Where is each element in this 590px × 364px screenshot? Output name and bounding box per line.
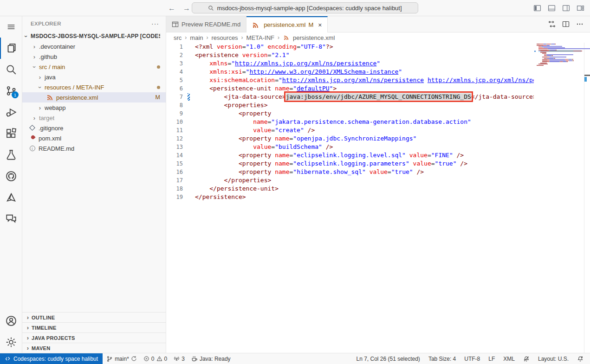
menu-icon[interactable] <box>0 16 22 38</box>
code-line[interactable]: 6<persistence-unit name="defaultPU"> <box>166 84 590 93</box>
tree-item-persistence-xml[interactable]: persistence.xmlM <box>22 92 166 102</box>
code-line[interactable]: 7<jta-data-source>java:jboss/env/jdbc/AZ… <box>166 93 590 101</box>
code-line[interactable]: 18</persistence-unit> <box>166 185 590 193</box>
code-token: "2.1" <box>271 51 289 58</box>
code-line[interactable]: 3xmlns="http://xmlns.jcp.org/xml/ns/pers… <box>166 59 590 68</box>
extensions-icon[interactable] <box>0 123 22 144</box>
preview-icon <box>172 21 179 28</box>
status-tab-size[interactable]: Tab Size: 4 <box>426 353 459 364</box>
run-debug-icon[interactable] <box>0 102 22 123</box>
tree-item-pom-xml[interactable]: pom.xml <box>22 133 166 143</box>
source-control-icon[interactable]: 1 <box>0 80 22 102</box>
sidebar-section-java-projects[interactable]: JAVA PROJECTS <box>22 332 166 343</box>
tree-item-readme-md[interactable]: README.md <box>22 143 166 153</box>
tree-item-target[interactable]: target <box>22 113 166 123</box>
minimap[interactable] <box>534 43 584 353</box>
search-view-icon[interactable] <box>0 59 22 80</box>
code-line[interactable]: 19</persistence> <box>166 193 590 201</box>
sidebar-section-timeline[interactable]: TIMELINE <box>22 322 166 332</box>
remote-indicator[interactable]: Codespaces: cuddly space halibut <box>0 353 103 364</box>
git-branch-status[interactable]: main* <box>104 353 140 364</box>
nav-back-icon[interactable]: ← <box>168 4 175 13</box>
status-eol[interactable]: LF <box>486 353 498 364</box>
open-changes-icon[interactable] <box>548 20 556 28</box>
tree-root-item[interactable]: MSDOCS-JBOSS-MYSQL-SAMPLE-APP [CODESP... <box>22 31 166 41</box>
code-line[interactable]: 15<property name="eclipselink.logging.pa… <box>166 160 590 168</box>
line-number: 3 <box>166 59 187 68</box>
toggle-sidebar-icon[interactable] <box>533 4 541 12</box>
breadcrumb-item[interactable]: resources <box>212 34 238 41</box>
command-center-search[interactable]: msdocs-jboss-mysql-sample-app [Codespace… <box>192 2 418 13</box>
code-line[interactable]: 8<properties> <box>166 101 590 109</box>
code-line[interactable]: 12<property name="openjpa.jdbc.Synchroni… <box>166 134 590 143</box>
tree-item-resources-meta-inf[interactable]: resources / META-INF <box>22 82 166 92</box>
customize-layout-icon[interactable] <box>577 4 584 12</box>
code-line[interactable]: 1<?xml version="1.0" encoding="UTF-8"?> <box>166 43 590 51</box>
explorer-more-icon[interactable]: ··· <box>151 20 159 27</box>
nav-forward-icon[interactable]: → <box>183 4 190 13</box>
tree-item-java[interactable]: java <box>22 72 166 82</box>
problems-status[interactable]: 0 0 <box>141 353 170 364</box>
status-encoding[interactable]: UTF-8 <box>461 353 483 364</box>
chevron-right-icon <box>36 73 44 81</box>
azure-icon[interactable] <box>0 187 22 208</box>
account-icon[interactable] <box>0 310 22 332</box>
line-content: <property name="eclipselink.logging.leve… <box>191 151 464 160</box>
code-token: "buildSchema" <box>275 143 322 150</box>
toggle-secondary-sidebar-icon[interactable] <box>562 4 570 12</box>
tab-persistence-xml[interactable]: persistence.xml M × <box>246 16 328 32</box>
tree-root-label: MSDOCS-JBOSS-MYSQL-SAMPLE-APP [CODESP... <box>31 33 160 39</box>
breadcrumb-item[interactable]: src <box>174 34 182 41</box>
close-icon[interactable]: × <box>318 21 322 29</box>
code-line[interactable]: 11value="create" /> <box>166 126 590 134</box>
xml-icon <box>252 21 259 29</box>
info-icon <box>29 145 36 152</box>
code-editor[interactable]: 1<?xml version="1.0" encoding="UTF-8"?>2… <box>166 43 590 353</box>
code-line[interactable]: 5xsi:schemaLocation="http://xmlns.jcp.or… <box>166 76 590 84</box>
code-token: = <box>271 143 275 150</box>
comments-icon[interactable] <box>0 208 22 230</box>
status-cursor-position[interactable]: Ln 7, Col 26 (51 selected) <box>353 353 422 364</box>
code-line[interactable]: 17</properties> <box>166 176 590 185</box>
tree-item--devcontainer[interactable]: .devcontainer <box>22 41 166 51</box>
ports-status[interactable]: 3 <box>171 353 188 364</box>
line-number: 1 <box>166 43 187 51</box>
status-keyboard-layout[interactable]: Layout: U.S. <box>535 353 571 364</box>
code-token <box>322 143 326 150</box>
gutter-decoration <box>187 93 191 101</box>
toggle-panel-icon[interactable] <box>548 4 556 12</box>
settings-gear-icon[interactable] <box>0 332 22 353</box>
breadcrumb-item[interactable]: main <box>190 34 203 41</box>
explorer-icon[interactable] <box>0 38 22 59</box>
code-line[interactable]: 2<persistence version="2.1" <box>166 51 590 59</box>
tree-item--gitignore[interactable]: .gitignore <box>22 123 166 133</box>
sidebar-section-maven[interactable]: MAVEN <box>22 343 166 353</box>
tab-preview-readme[interactable]: Preview README.md <box>166 16 246 32</box>
tree-item--github[interactable]: .github <box>22 51 166 62</box>
line-content: value="buildSchema" /> <box>191 143 333 151</box>
code-line[interactable]: 10name="jakarta.persistence.schema-gener… <box>166 118 590 126</box>
tree-item-src-main[interactable]: src / main <box>22 62 166 72</box>
minimap-token <box>537 65 544 66</box>
testing-icon[interactable] <box>0 144 22 166</box>
chevron-down-icon <box>36 83 44 91</box>
code-line[interactable]: 9<property <box>166 109 590 118</box>
more-actions-icon[interactable] <box>576 20 584 28</box>
code-line[interactable]: 13value="buildSchema" /> <box>166 143 590 151</box>
code-line[interactable]: 16<property name="hibernate.show_sql" va… <box>166 168 590 176</box>
status-language-mode[interactable]: XML <box>500 353 518 364</box>
code-line[interactable]: 4xmlns:xsi="http://www.w3.org/2001/XMLSc… <box>166 68 590 76</box>
overview-ruler[interactable] <box>584 43 590 353</box>
sidebar-section-outline[interactable]: OUTLINE <box>22 312 166 322</box>
search-icon <box>208 5 214 11</box>
status-notifications[interactable] <box>574 353 586 364</box>
code-line[interactable]: 14<property name="eclipselink.logging.le… <box>166 151 590 160</box>
breadcrumb-file[interactable]: persistence.xml <box>283 34 335 41</box>
tree-item-webapp[interactable]: webapp <box>22 102 166 113</box>
code-token <box>264 43 268 50</box>
status-bell-slash[interactable] <box>520 353 532 364</box>
breadcrumb-item[interactable]: META-INF <box>246 34 274 41</box>
github-icon[interactable] <box>0 166 22 187</box>
java-status[interactable]: Java: Ready <box>188 353 233 364</box>
split-editor-icon[interactable] <box>562 20 570 28</box>
